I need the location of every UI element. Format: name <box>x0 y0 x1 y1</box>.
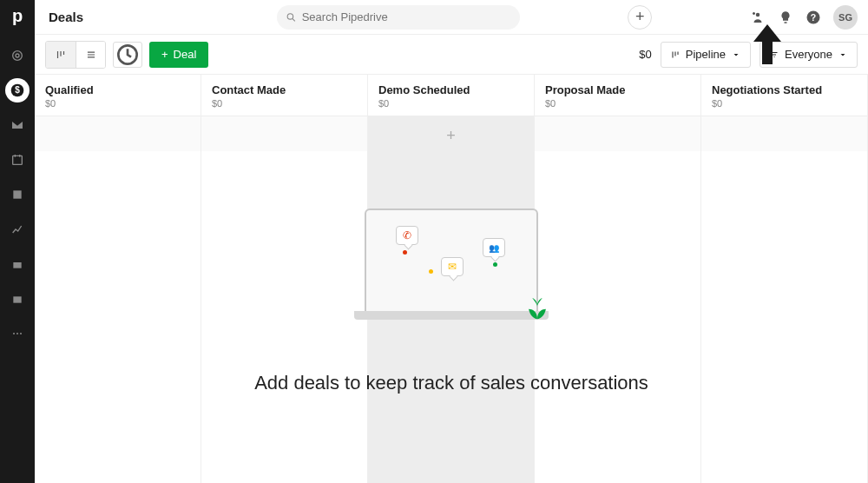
stage-header[interactable]: Demo Scheduled $0 <box>368 75 534 116</box>
user-avatar[interactable]: SG <box>833 5 858 30</box>
stage-amount: $0 <box>712 98 857 109</box>
stage-header[interactable]: Contact Made $0 <box>201 75 367 116</box>
stage-column: Demo Scheduled $0 + <box>368 75 535 483</box>
plus-icon: + <box>161 48 168 61</box>
search-icon <box>286 11 297 23</box>
more-icon <box>10 327 24 341</box>
global-add-button[interactable]: + <box>628 5 652 30</box>
kanban-icon <box>670 50 681 60</box>
svg-point-9 <box>16 333 18 334</box>
nav-mail[interactable] <box>0 108 35 142</box>
pipeline-selector[interactable]: Pipeline <box>661 42 751 68</box>
deal-button-label: Deal <box>174 48 197 61</box>
deals-total: $0 <box>639 48 651 61</box>
nav-contacts[interactable] <box>0 177 35 212</box>
app-logo[interactable]: p <box>7 5 28 26</box>
chevron-down-icon <box>731 50 741 60</box>
svg-point-8 <box>13 333 15 334</box>
chart-icon <box>10 222 24 236</box>
add-deal-button[interactable]: + Deal <box>149 42 208 68</box>
list-view-button[interactable] <box>76 42 105 68</box>
forecast-icon <box>114 41 141 69</box>
dollar-icon: $ <box>10 83 24 97</box>
nav-insights[interactable] <box>0 212 35 247</box>
add-person-icon <box>750 10 766 25</box>
view-toggle <box>45 41 106 69</box>
stage-amount: $0 <box>378 98 523 109</box>
pipeline-board: Qualified $0 Contact Made $0 Demo Schedu… <box>35 75 868 483</box>
svg-point-0 <box>13 51 23 61</box>
invite-users-button[interactable] <box>750 10 766 25</box>
stage-header[interactable]: Negotiations Started $0 <box>701 75 867 116</box>
nav-marketplace[interactable] <box>0 281 35 316</box>
forecast-view-button[interactable] <box>113 42 142 68</box>
target-icon <box>10 49 24 63</box>
svg-rect-5 <box>13 190 21 198</box>
kanban-icon <box>55 49 67 61</box>
stage-amount: $0 <box>545 98 690 109</box>
nav-leads[interactable] <box>0 38 35 73</box>
stage-column: Contact Made $0 <box>201 75 368 483</box>
stage-column: Qualified $0 <box>35 75 201 483</box>
stage-name: Demo Scheduled <box>378 83 523 96</box>
stage-name: Qualified <box>45 83 190 96</box>
chevron-down-icon <box>838 50 848 60</box>
nav-products[interactable] <box>0 247 35 281</box>
stage-header[interactable]: Proposal Made $0 <box>535 75 700 116</box>
stage-column: Proposal Made $0 <box>535 75 701 483</box>
search-container[interactable] <box>277 5 520 30</box>
nav-deals[interactable]: $ <box>5 78 30 103</box>
contacts-icon <box>10 188 24 202</box>
store-icon <box>10 292 24 306</box>
pipeline-label: Pipeline <box>686 48 726 61</box>
list-icon <box>85 49 97 61</box>
pipeline-view-button[interactable] <box>46 42 76 68</box>
mail-icon <box>10 118 24 132</box>
stage-name: Proposal Made <box>545 83 690 96</box>
calendar-icon <box>10 153 24 167</box>
top-header: Deals + ? SG <box>35 0 868 35</box>
svg-point-1 <box>16 54 19 57</box>
svg-text:$: $ <box>15 85 20 95</box>
stage-amount: $0 <box>45 98 190 109</box>
stage-header[interactable]: Qualified $0 <box>35 75 201 116</box>
svg-rect-7 <box>13 296 21 302</box>
sales-assistant-button[interactable] <box>778 10 793 25</box>
svg-point-12 <box>756 12 760 17</box>
nav-more[interactable] <box>0 316 35 351</box>
stage-amount: $0 <box>212 98 357 109</box>
owner-filter-label: Everyone <box>785 48 832 61</box>
add-deal-placeholder[interactable]: + <box>446 127 456 145</box>
box-icon <box>10 257 24 271</box>
search-input[interactable] <box>302 10 511 23</box>
svg-rect-4 <box>13 155 23 164</box>
stage-name: Negotiations Started <box>712 83 857 96</box>
left-sidebar: p $ <box>0 0 35 483</box>
toolbar: + Deal $0 Pipeline Everyone <box>35 35 868 75</box>
page-title: Deals <box>49 10 83 24</box>
svg-rect-6 <box>13 262 21 268</box>
help-button[interactable]: ? <box>806 10 821 25</box>
help-icon: ? <box>806 10 821 25</box>
lightbulb-icon <box>778 10 793 25</box>
stage-column: Negotiations Started $0 <box>701 75 868 483</box>
svg-point-11 <box>287 13 293 18</box>
svg-point-10 <box>20 333 22 334</box>
svg-text:?: ? <box>811 11 816 22</box>
nav-activities[interactable] <box>0 142 35 177</box>
stage-name: Contact Made <box>212 83 357 96</box>
arrow-up-icon <box>752 24 783 64</box>
tutorial-arrow <box>752 24 783 68</box>
